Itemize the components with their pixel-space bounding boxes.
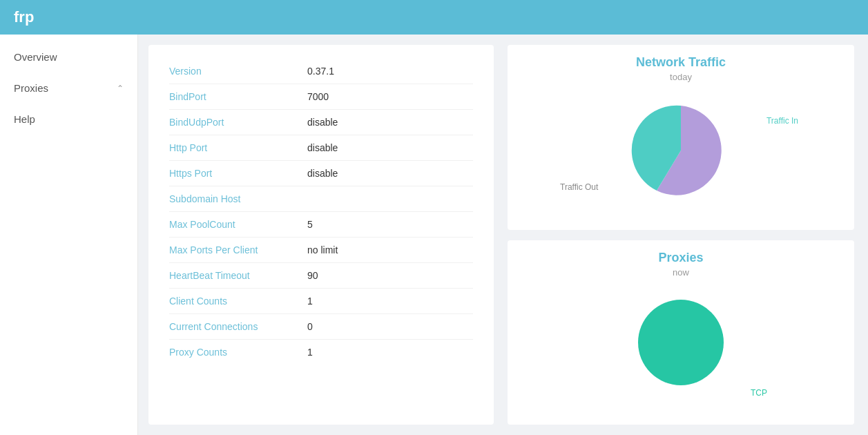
header: frp [0, 0, 868, 35]
network-pie-chart [605, 95, 757, 206]
info-label: Client Counts [169, 296, 307, 307]
sidebar-item-proxies-label: Proxies [14, 82, 48, 94]
chevron-down-icon: ⌃ [117, 84, 124, 93]
network-traffic-subtitle: today [670, 72, 692, 82]
info-row: Max PoolCount5 [169, 212, 473, 238]
info-label: Subdomain Host [169, 193, 307, 204]
info-label: HeartBeat Timeout [169, 270, 307, 281]
sidebar: Overview Proxies ⌃ Help [0, 35, 138, 435]
info-value: 0 [307, 321, 313, 332]
info-value: 7000 [307, 91, 329, 102]
sidebar-item-overview[interactable]: Overview [0, 41, 137, 72]
network-traffic-card: Network Traffic today Traffic In Traffic… [508, 45, 854, 230]
main-container: Overview Proxies ⌃ Help Version0.37.1Bin… [0, 35, 868, 435]
info-row: Https Portdisable [169, 161, 473, 186]
app-title: frp [14, 8, 34, 26]
network-traffic-title: Network Traffic [636, 55, 726, 70]
info-value: 0.37.1 [307, 66, 334, 77]
traffic-out-label: Traffic Out [560, 182, 598, 192]
info-value: 90 [307, 270, 318, 281]
info-label: Version [169, 66, 307, 77]
info-value: disable [307, 168, 338, 179]
info-value: disable [307, 142, 338, 153]
proxies-card: Proxies now TCP [508, 240, 854, 425]
info-value: 1 [307, 347, 313, 358]
info-row: Client Counts1 [169, 289, 473, 314]
sidebar-item-help-label: Help [14, 113, 35, 125]
info-row: Version0.37.1 [169, 59, 473, 84]
info-value: disable [307, 117, 338, 128]
network-traffic-chart-area: Traffic In Traffic Out [521, 82, 840, 220]
proxies-title: Proxies [658, 251, 703, 265]
info-label: Http Port [169, 142, 307, 153]
proxies-subtitle: now [673, 267, 689, 278]
tcp-label: TCP [751, 388, 767, 398]
charts-panel: Network Traffic today Traffic In Traffic… [494, 35, 868, 435]
info-label: Https Port [169, 168, 307, 179]
info-row: BindUdpPortdisable [169, 110, 473, 135]
info-row: Max Ports Per Clientno limit [169, 238, 473, 263]
info-label: Proxy Counts [169, 347, 307, 358]
info-row: Current Connections0 [169, 314, 473, 340]
info-value: 5 [307, 219, 313, 230]
info-row: HeartBeat Timeout90 [169, 263, 473, 289]
info-row: Subdomain Host [169, 186, 473, 212]
info-label: Max Ports Per Client [169, 244, 307, 255]
proxies-chart-area: TCP [521, 278, 840, 415]
info-label: BindUdpPort [169, 117, 307, 128]
sidebar-item-proxies[interactable]: Proxies ⌃ [0, 72, 137, 104]
info-value: no limit [307, 244, 338, 255]
info-label: Current Connections [169, 321, 307, 332]
info-label: BindPort [169, 91, 307, 102]
sidebar-item-help[interactable]: Help [0, 104, 137, 135]
proxies-pie-container: TCP [619, 291, 743, 401]
info-row: Proxy Counts1 [169, 340, 473, 365]
sidebar-item-overview-label: Overview [14, 51, 57, 63]
info-row: BindPort7000 [169, 84, 473, 110]
network-pie-container: Traffic In Traffic Out [605, 95, 757, 206]
info-panel: Version0.37.1BindPort7000BindUdpPortdisa… [148, 45, 494, 425]
info-row: Http Portdisable [169, 135, 473, 161]
svg-point-0 [638, 300, 724, 385]
info-label: Max PoolCount [169, 219, 307, 230]
content-area: Version0.37.1BindPort7000BindUdpPortdisa… [138, 35, 868, 435]
info-value: 1 [307, 296, 313, 307]
traffic-in-label: Traffic In [766, 116, 798, 126]
proxies-pie-chart [619, 291, 743, 401]
